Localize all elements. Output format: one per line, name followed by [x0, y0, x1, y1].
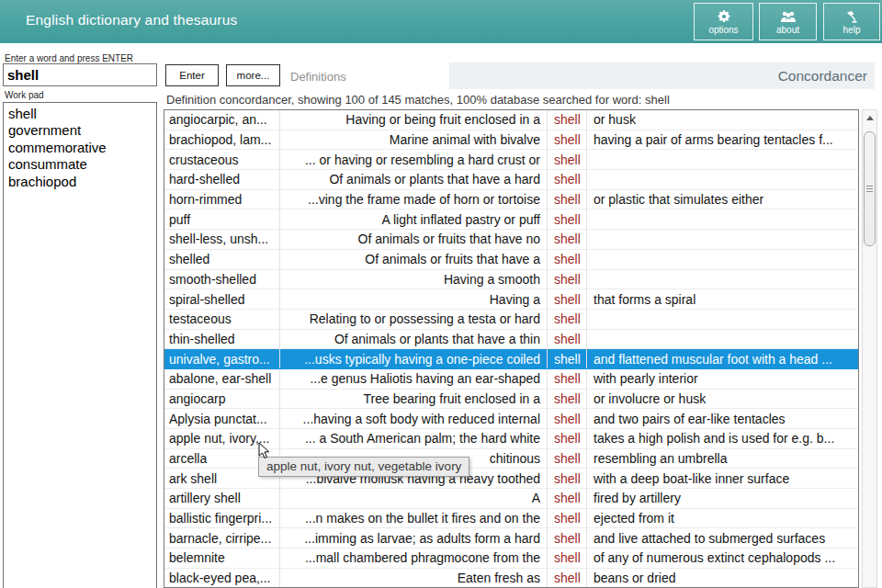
row-right-context: beans or dried: [587, 569, 858, 588]
word-search-input[interactable]: [3, 63, 157, 86]
concordance-row[interactable]: ballistic fingerpri... ...n makes on the…: [164, 509, 858, 529]
row-keyword: shell: [548, 190, 587, 209]
concordance-row[interactable]: angiocarp Tree bearing fruit enclosed in…: [164, 390, 858, 410]
concordance-row[interactable]: smooth-shelled Having a smooth shell: [164, 270, 858, 290]
row-word: brachiopod, lam...: [164, 130, 280, 150]
row-right-context: fired by artillery: [587, 489, 858, 508]
help-button[interactable]: help: [823, 3, 880, 40]
workpad-item[interactable]: brachiopod: [4, 174, 156, 190]
row-right-context: and two pairs of ear-like tentacles: [587, 409, 858, 428]
row-right-context: with pearly interior: [587, 369, 858, 389]
row-left-context: ...having a soft body with reduced inter…: [280, 409, 548, 428]
workpad-list[interactable]: shellgovernmentcommemorativeconsummatebr…: [3, 102, 157, 588]
gear-icon: [717, 9, 731, 24]
concordance-row[interactable]: spiral-shelled Having a shell that forms…: [164, 289, 858, 310]
row-keyword: shell: [548, 449, 587, 469]
row-keyword: shell: [548, 469, 587, 488]
row-word: ballistic fingerpri...: [164, 509, 280, 528]
row-word: belemnite: [164, 548, 280, 568]
concordance-row[interactable]: univalve, gastro... ...usks typically ha…: [164, 349, 858, 369]
row-left-context: ...ving the frame made of horn or tortoi…: [280, 190, 548, 209]
row-word: barnacle, cirripe...: [164, 528, 280, 548]
workpad-item[interactable]: consummate: [4, 156, 156, 173]
scrollbar-thumb[interactable]: [864, 131, 876, 246]
concordance-table[interactable]: angiocarpic, an... Having or being fruit…: [164, 109, 859, 588]
row-right-context: [587, 310, 858, 329]
concordance-row[interactable]: shell-less, unsh... Of animals or fruits…: [164, 230, 858, 250]
row-word: testaceous: [164, 310, 280, 329]
row-right-context: [587, 250, 858, 269]
row-word: hard-shelled: [164, 170, 280, 189]
lamp-icon: [843, 9, 860, 24]
concordance-row[interactable]: black-eyed pea,... Eaten fresh as shell …: [164, 569, 858, 588]
row-keyword: shell: [548, 489, 587, 508]
workpad-item[interactable]: commemorative: [4, 140, 156, 156]
workpad-item[interactable]: shell: [4, 106, 156, 122]
concordance-row[interactable]: barnacle, cirripe... ...imming as larvae…: [164, 528, 858, 548]
search-instruction-label: Enter a word and press ENTER: [5, 53, 133, 63]
row-left-context: ... a South American palm; the hard whit…: [280, 429, 548, 448]
row-left-context: Eaten fresh as: [280, 569, 548, 588]
row-word: puff: [164, 209, 280, 229]
concordance-row[interactable]: testaceous Relating to or possessing a t…: [164, 310, 858, 330]
row-right-context: ejected from it: [587, 509, 858, 528]
concordance-row[interactable]: abalone, ear-shell ...e genus Haliotis h…: [164, 369, 858, 390]
workpad-item[interactable]: government: [4, 122, 156, 139]
row-right-context: of any of numerous extinct cephalopods .…: [587, 548, 858, 568]
row-keyword: shell: [548, 209, 587, 229]
row-word: spiral-shelled: [164, 289, 280, 309]
row-keyword: shell: [548, 569, 587, 588]
row-left-context: ...n makes on the bullet it fires and on…: [280, 509, 548, 528]
word-tooltip: apple nut, ivory nut, vegetable ivory: [258, 457, 469, 477]
row-left-context: ...usks typically having a one-piece coi…: [280, 349, 548, 368]
concordance-row[interactable]: hard-shelled Of animals or plants that h…: [164, 170, 858, 190]
concordance-row[interactable]: horn-rimmed ...ving the frame made of ho…: [164, 190, 858, 210]
concordance-row[interactable]: puff A light inflated pastry or puff she…: [164, 209, 858, 230]
options-button[interactable]: options: [694, 3, 753, 40]
row-left-context: ...mall chambered phragmocone from the: [280, 548, 548, 568]
row-right-context: [587, 230, 858, 249]
options-button-label: options: [708, 25, 738, 35]
concordance-row[interactable]: thin-shelled Of animals or plants that h…: [164, 330, 858, 350]
about-button-label: about: [776, 25, 799, 35]
row-keyword: shell: [548, 349, 587, 368]
row-left-context: Having a: [280, 289, 548, 309]
concordancer-text: Concordancer: [778, 68, 867, 85]
more-button[interactable]: more...: [226, 64, 280, 86]
row-left-context: Having a smooth: [280, 270, 548, 289]
concordance-row[interactable]: artillery shell A shell fired by artille…: [164, 489, 858, 509]
concordance-row[interactable]: apple nut, ivory,... ... a South America…: [164, 429, 858, 449]
concordance-row[interactable]: brachiopod, lam... Marine animal with bi…: [164, 130, 858, 151]
concordance-row[interactable]: angiocarpic, an... Having or being fruit…: [164, 110, 858, 130]
thumb-grip-line: [866, 188, 873, 189]
app-header: English dictionary and thesaurus options…: [0, 0, 882, 43]
row-right-context: [587, 270, 858, 289]
about-button[interactable]: about: [759, 3, 817, 40]
row-word: smooth-shelled: [164, 270, 280, 289]
concordance-row[interactable]: crustaceous ... or having or resembling …: [164, 150, 858, 170]
row-left-context: Of animals or fruits that have a: [280, 250, 548, 269]
row-word: horn-rimmed: [164, 190, 280, 209]
row-keyword: shell: [548, 330, 587, 349]
row-keyword: shell: [548, 390, 587, 409]
row-right-context: [587, 209, 858, 229]
row-keyword: shell: [548, 150, 587, 169]
row-left-context: Of animals or plants that have a thin: [280, 330, 548, 349]
row-word: angiocarp: [164, 390, 280, 409]
row-right-context: and live attached to submerged surfaces: [587, 528, 858, 548]
row-left-context: ...imming as larvae; as adults form a ha…: [280, 528, 548, 548]
row-keyword: shell: [548, 130, 587, 150]
concordance-row[interactable]: shelled Of animals or fruits that have a…: [164, 250, 858, 270]
help-button-label: help: [843, 25, 861, 35]
row-word: angiocarpic, an...: [164, 110, 280, 130]
row-right-context: and flattened muscular foot with a head …: [587, 349, 858, 368]
concordance-row[interactable]: Aplysia punctat... ...having a soft body…: [164, 409, 858, 429]
row-word: black-eyed pea,...: [164, 569, 280, 588]
row-left-context: Marine animal with bivalve: [280, 130, 548, 150]
enter-button[interactable]: Enter: [165, 64, 219, 86]
row-keyword: shell: [548, 429, 587, 448]
table-scrollbar[interactable]: [862, 109, 877, 588]
row-word: shelled: [164, 250, 280, 269]
concordance-row[interactable]: belemnite ...mall chambered phragmocone …: [164, 548, 858, 569]
scrollbar-up-button[interactable]: [863, 110, 876, 125]
